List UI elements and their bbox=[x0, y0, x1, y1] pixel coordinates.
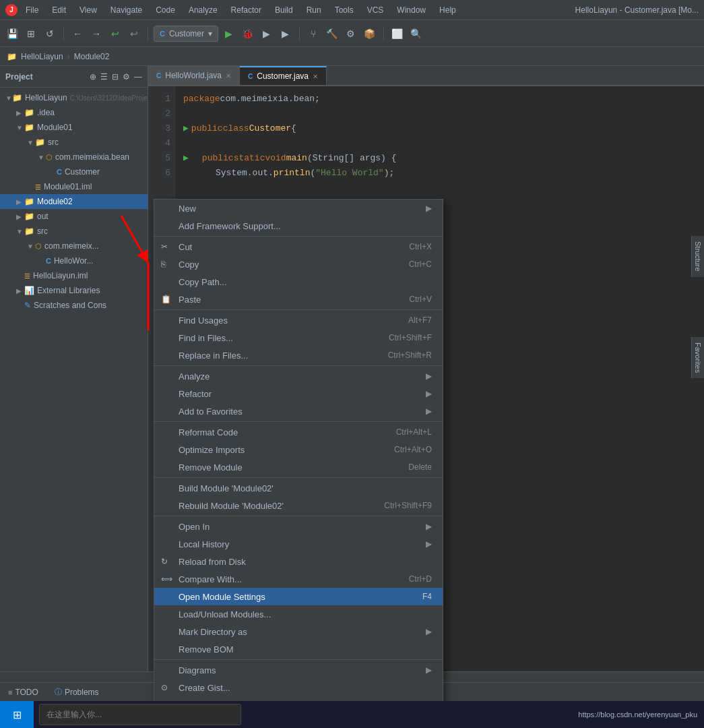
ctx-compare[interactable]: ⟺ Compare With... Ctrl+D bbox=[154, 570, 443, 588]
window-title: HelloLiayun - Customer.java [Mo... bbox=[575, 5, 699, 15]
ctx-create-gist[interactable]: ⊙ Create Gist... bbox=[154, 679, 443, 696]
panel-settings-btn[interactable]: ⚙ bbox=[123, 72, 130, 82]
menu-help[interactable]: Help bbox=[437, 4, 459, 16]
context-menu: New ▶ Add Framework Support... ✂ Cut Ctr… bbox=[154, 199, 443, 715]
menu-edit[interactable]: Edit bbox=[49, 4, 69, 16]
panel-list-btn[interactable]: ☰ bbox=[100, 72, 108, 82]
ctx-open-in[interactable]: Open In ▶ bbox=[154, 518, 443, 535]
ctx-remove-bom[interactable]: Remove BOM bbox=[154, 640, 443, 658]
run-btn[interactable]: ▶ bbox=[221, 26, 237, 42]
start-button[interactable]: ⊞ bbox=[0, 701, 34, 728]
ctx-open-module-settings[interactable]: Open Module Settings F4 bbox=[154, 588, 443, 605]
toolbar-sync2-btn[interactable]: ↺ bbox=[42, 26, 58, 42]
debug-btn[interactable]: 🐞 bbox=[240, 26, 256, 42]
panel-collapse-btn[interactable]: ⊟ bbox=[112, 72, 119, 82]
tree-helloliayun-iml[interactable]: ☰ HelloLiayun.iml bbox=[0, 268, 148, 283]
tab-customer[interactable]: C Customer.java ✕ bbox=[240, 66, 327, 85]
tree-package[interactable]: ▼ ⬡ com.meimeixia.bean bbox=[0, 150, 148, 164]
taskbar-search[interactable]: 在这里输入你... bbox=[39, 704, 241, 725]
tree-out[interactable]: ▶ 📁 out bbox=[0, 209, 148, 224]
tree-module01[interactable]: ▼ 📁 Module01 bbox=[0, 120, 148, 135]
panel-hide-btn[interactable]: — bbox=[134, 72, 142, 82]
tree-customer[interactable]: C Customer bbox=[0, 164, 148, 179]
ctx-optimize[interactable]: Optimize Imports Ctrl+Alt+O bbox=[154, 441, 443, 458]
ctx-add-favorites[interactable]: Add to Favorites ▶ bbox=[154, 402, 443, 420]
menu-build[interactable]: Build bbox=[272, 4, 296, 16]
tree-helloworld[interactable]: C HelloWor... bbox=[0, 253, 148, 268]
ctx-replace-files[interactable]: Replace in Files... Ctrl+Shift+R bbox=[154, 346, 443, 364]
ctx-refactor[interactable]: Refactor ▶ bbox=[154, 385, 443, 402]
build-btn[interactable]: 🔨 bbox=[324, 26, 340, 42]
toolbar-back-btn[interactable]: ← bbox=[69, 26, 86, 42]
tree-scratches[interactable]: ✎ Scratches and Cons bbox=[0, 298, 148, 313]
search-everywhere-btn[interactable]: 🔍 bbox=[408, 26, 424, 42]
ctx-diagrams[interactable]: Diagrams ▶ bbox=[154, 661, 443, 679]
menu-analyze[interactable]: Analyze bbox=[186, 4, 220, 16]
ctx-load-unload[interactable]: Load/Unload Modules... bbox=[154, 605, 443, 623]
menu-window[interactable]: Window bbox=[394, 4, 428, 16]
ctx-paste-shortcut: Ctrl+V bbox=[409, 295, 432, 304]
coverage-btn[interactable]: ▶ bbox=[259, 26, 275, 42]
tree-module01-iml[interactable]: ☰ Module01.iml bbox=[0, 179, 148, 194]
ctx-local-history[interactable]: Local History ▶ bbox=[154, 535, 443, 553]
window-btn[interactable]: ⬜ bbox=[389, 26, 406, 42]
tab-customer-close[interactable]: ✕ bbox=[313, 73, 318, 80]
panel-add-btn[interactable]: ⊕ bbox=[90, 72, 96, 82]
ctx-reload[interactable]: ↻ Reload from Disk bbox=[154, 553, 443, 570]
ctx-add-framework-label: Add Framework Support... bbox=[179, 221, 281, 231]
breadcrumb-module[interactable]: Module02 bbox=[74, 52, 110, 61]
ctx-paste[interactable]: 📋 Paste Ctrl+V bbox=[154, 291, 443, 308]
tab-helloworld[interactable]: C HelloWorld.java ✕ bbox=[148, 66, 240, 85]
toolbar-sep3 bbox=[299, 27, 300, 40]
tree-idea[interactable]: ▶ 📁 .idea bbox=[0, 105, 148, 120]
ctx-build-module[interactable]: Build Module 'Module02' bbox=[154, 479, 443, 497]
ctx-copy[interactable]: ⎘ Copy Ctrl+C bbox=[154, 255, 443, 273]
toolbar-save-btn[interactable]: 💾 bbox=[4, 26, 20, 42]
deploy-btn[interactable]: 📦 bbox=[362, 26, 378, 42]
toolbar-forward-btn[interactable]: → bbox=[88, 26, 104, 42]
ctx-find-usages-label: Find Usages bbox=[179, 315, 228, 326]
run-config-dropdown[interactable]: C Customer ▾ bbox=[154, 26, 218, 42]
tree-src2[interactable]: ▼ 📁 src bbox=[0, 224, 148, 239]
git-btn[interactable]: ⑂ bbox=[305, 26, 321, 42]
tree-pkg2[interactable]: ▼ ⬡ com.meimeix... bbox=[0, 239, 148, 253]
ctx-reformat[interactable]: Reformat Code Ctrl+Alt+L bbox=[154, 423, 443, 441]
menu-navigate[interactable]: Navigate bbox=[108, 4, 145, 16]
ctx-new[interactable]: New ▶ bbox=[154, 200, 443, 217]
ctx-remove-module-label: Remove Module bbox=[179, 462, 243, 473]
favorites-tab[interactable]: Favorites bbox=[691, 337, 704, 378]
tree-ext-lib[interactable]: ▶ 📊 External Libraries bbox=[0, 283, 148, 298]
ctx-find-files[interactable]: Find in Files... Ctrl+Shift+F bbox=[154, 329, 443, 346]
toolbar-redo-btn[interactable]: ↩ bbox=[126, 26, 142, 42]
menu-tools[interactable]: Tools bbox=[332, 4, 356, 16]
menu-vcs[interactable]: VCS bbox=[364, 4, 387, 16]
tab-helloworld-close[interactable]: ✕ bbox=[226, 72, 231, 80]
line-3: 3 bbox=[148, 121, 170, 136]
ctx-add-framework[interactable]: Add Framework Support... bbox=[154, 217, 443, 235]
settings-btn[interactable]: ⚙ bbox=[343, 26, 359, 42]
menu-code[interactable]: Code bbox=[153, 4, 178, 16]
toolbar-sync-btn[interactable]: ⊞ bbox=[23, 26, 39, 42]
tree-root[interactable]: ▼ 📁 HelloLiayun C:\Users\32120\IdeaProje… bbox=[0, 90, 148, 105]
tree-module02[interactable]: ▶ 📁 Module02 bbox=[0, 194, 148, 209]
ctx-mark-dir[interactable]: Mark Directory as ▶ bbox=[154, 623, 443, 640]
ctx-rebuild-module[interactable]: Rebuild Module 'Module02' Ctrl+Shift+F9 bbox=[154, 497, 443, 514]
profile-btn[interactable]: ▶ bbox=[278, 26, 294, 42]
problems-tab[interactable]: ⓘ Problems bbox=[52, 686, 102, 698]
tree-module01-src[interactable]: ▼ 📁 src bbox=[0, 135, 148, 150]
breadcrumb: 📁 HelloLiayun › Module02 bbox=[0, 47, 704, 66]
menu-file[interactable]: File bbox=[23, 4, 41, 16]
ctx-copy-path[interactable]: Copy Path... bbox=[154, 273, 443, 291]
structure-tab[interactable]: Structure bbox=[691, 236, 704, 277]
todo-tab[interactable]: ≡ TODO bbox=[5, 686, 41, 698]
ctx-find-usages[interactable]: Find Usages Alt+F7 bbox=[154, 311, 443, 329]
ctx-remove-module[interactable]: Remove Module Delete bbox=[154, 458, 443, 476]
menu-run[interactable]: Run bbox=[304, 4, 324, 16]
toolbar-undo-btn[interactable]: ↩ bbox=[107, 26, 123, 42]
breadcrumb-project[interactable]: HelloLiayun bbox=[21, 52, 63, 61]
menu-refactor[interactable]: Refactor bbox=[228, 4, 264, 16]
todo-icon: ≡ bbox=[8, 688, 12, 696]
menu-view[interactable]: View bbox=[77, 4, 100, 16]
ctx-cut[interactable]: ✂ Cut Ctrl+X bbox=[154, 238, 443, 255]
ctx-analyze[interactable]: Analyze ▶ bbox=[154, 367, 443, 385]
